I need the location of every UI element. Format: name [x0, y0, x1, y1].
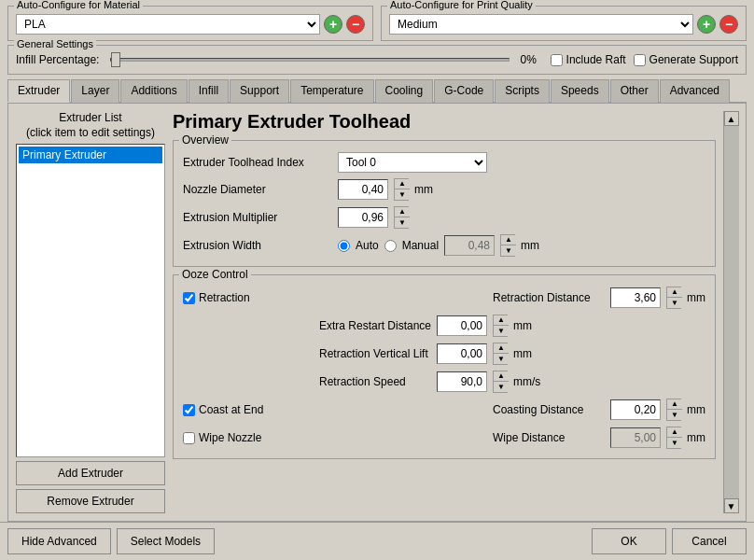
extruder-listbox[interactable]: Primary Extruder — [16, 144, 165, 457]
nozzle-diameter-down[interactable]: ▼ — [395, 189, 410, 200]
wipe-distance-spinner: ▲ ▼ — [666, 427, 681, 449]
extrusion-width-manual-label[interactable]: Manual — [402, 239, 439, 252]
retraction-distance-input[interactable] — [610, 287, 661, 308]
vertical-lift-input[interactable] — [437, 343, 487, 364]
coasting-distance-up[interactable]: ▲ — [667, 399, 682, 410]
include-raft-checkbox[interactable] — [551, 54, 563, 66]
select-models-button[interactable]: Select Models — [117, 528, 215, 554]
tab-advanced[interactable]: Advanced — [660, 79, 730, 103]
scroll-track[interactable] — [724, 126, 739, 498]
tab-scripts[interactable]: Scripts — [495, 79, 550, 103]
scroll-up-button[interactable]: ▲ — [724, 111, 739, 126]
generate-support-label[interactable]: Generate Support — [649, 53, 738, 66]
wipe-distance-up[interactable]: ▲ — [667, 427, 682, 438]
coasting-distance-down[interactable]: ▼ — [667, 410, 682, 420]
wipe-row: Wipe Nozzle Wipe Distance ▲ ▼ mm — [183, 427, 705, 449]
extra-restart-up[interactable]: ▲ — [494, 315, 509, 326]
extrusion-width-up[interactable]: ▲ — [501, 235, 516, 245]
retraction-label[interactable]: Retraction — [199, 291, 250, 304]
extra-restart-input[interactable] — [437, 315, 487, 336]
quality-select[interactable]: Medium Low High — [389, 14, 693, 35]
tab-layer[interactable]: Layer — [71, 79, 119, 103]
nozzle-diameter-label: Nozzle Diameter — [183, 183, 332, 196]
coasting-distance-spinner: ▲ ▼ — [666, 399, 681, 421]
extra-restart-unit: mm — [513, 319, 532, 332]
nozzle-diameter-up[interactable]: ▲ — [395, 179, 410, 189]
scroll-down-button[interactable]: ▼ — [724, 498, 739, 513]
ok-button[interactable]: OK — [592, 528, 666, 554]
retraction-speed-row: Retraction Speed ▲ ▼ mm/s — [183, 371, 705, 393]
infill-slider-thumb[interactable] — [111, 52, 120, 67]
cancel-button[interactable]: Cancel — [672, 528, 747, 554]
extrusion-multiplier-up[interactable]: ▲ — [395, 207, 410, 217]
extrusion-width-down[interactable]: ▼ — [501, 245, 516, 256]
extrusion-multiplier-down[interactable]: ▼ — [395, 217, 410, 228]
hide-advanced-button[interactable]: Hide Advanced — [7, 528, 111, 554]
vertical-lift-down[interactable]: ▼ — [494, 354, 509, 364]
top-configs: Auto-Configure for Material PLA ABS PETG… — [0, 0, 754, 45]
overview-section: Overview Extruder Toolhead Index Tool 0 … — [173, 140, 716, 267]
tab-other[interactable]: Other — [610, 79, 659, 103]
scrollbar: ▲ ▼ — [723, 111, 738, 513]
tab-gcode[interactable]: G-Code — [434, 79, 494, 103]
extrusion-multiplier-input[interactable] — [338, 207, 388, 228]
nozzle-diameter-input[interactable] — [338, 179, 388, 200]
tab-speeds[interactable]: Speeds — [551, 79, 609, 103]
remove-extruder-button[interactable]: Remove Extruder — [16, 489, 165, 513]
main-window: Auto-Configure for Material PLA ABS PETG… — [0, 0, 754, 560]
retraction-checkbox[interactable] — [183, 292, 195, 304]
extra-restart-down[interactable]: ▼ — [494, 326, 509, 336]
toolhead-index-select[interactable]: Tool 0 Tool 1 Tool 2 — [338, 152, 487, 173]
add-extruder-button[interactable]: Add Extruder — [16, 461, 165, 485]
wipe-checkbox[interactable] — [183, 432, 195, 444]
retraction-speed-up[interactable]: ▲ — [494, 371, 509, 382]
extrusion-width-auto-label[interactable]: Auto — [356, 239, 379, 252]
tab-additions[interactable]: Additions — [120, 79, 187, 103]
material-select[interactable]: PLA ABS PETG — [16, 14, 320, 35]
general-settings-label: General Settings — [14, 38, 96, 49]
extrusion-multiplier-label: Extrusion Multiplier — [183, 211, 332, 224]
retraction-speed-input[interactable] — [437, 371, 487, 392]
wipe-label[interactable]: Wipe Nozzle — [199, 431, 261, 444]
extruder-list-item[interactable]: Primary Extruder — [19, 147, 162, 163]
retraction-distance-down[interactable]: ▼ — [667, 298, 682, 308]
coast-checkbox-group: Coast at End — [183, 403, 263, 416]
quality-config-group: Auto-Configure for Print Quality Medium … — [381, 6, 747, 41]
extrusion-width-row: Extrusion Width Auto Manual ▲ ▼ mm — [183, 234, 705, 257]
extruder-list-label: Extruder List (click item to edit settin… — [16, 111, 165, 140]
coasting-distance-label: Coasting Distance — [493, 403, 605, 416]
infill-slider-track[interactable] — [110, 58, 509, 62]
coasting-distance-input[interactable] — [610, 399, 661, 420]
extrusion-width-manual-radio[interactable] — [384, 240, 397, 252]
retraction-distance-up[interactable]: ▲ — [667, 287, 682, 298]
retraction-speed-down[interactable]: ▼ — [494, 382, 509, 392]
wipe-distance-input[interactable] — [610, 427, 661, 448]
tab-infill[interactable]: Infill — [188, 79, 229, 103]
tab-temperature[interactable]: Temperature — [290, 79, 373, 103]
generate-support-checkbox[interactable] — [634, 54, 646, 66]
material-remove-button[interactable]: − — [346, 15, 365, 34]
extrusion-width-input[interactable] — [444, 235, 495, 256]
coast-label[interactable]: Coast at End — [199, 403, 263, 416]
vertical-lift-up[interactable]: ▲ — [494, 343, 509, 354]
tab-extruder[interactable]: Extruder — [7, 79, 70, 103]
material-add-button[interactable]: + — [324, 15, 342, 34]
tabs-header: Extruder Layer Additions Infill Support … — [7, 78, 747, 104]
tab-support[interactable]: Support — [230, 79, 289, 103]
retraction-distance-label: Retraction Distance — [493, 291, 605, 304]
tab-cooling[interactable]: Cooling — [375, 79, 434, 103]
coast-checkbox[interactable] — [183, 404, 195, 416]
include-raft-label[interactable]: Include Raft — [566, 53, 626, 66]
retraction-speed-label: Retraction Speed — [319, 375, 431, 388]
nozzle-diameter-row: Nozzle Diameter ▲ ▼ mm — [183, 178, 705, 201]
extrusion-width-unit: mm — [521, 239, 539, 252]
ooze-control-section: Ooze Control Retraction Retraction Dista… — [173, 274, 716, 459]
bottom-right-buttons: OK Cancel — [592, 528, 747, 554]
material-config-group: Auto-Configure for Material PLA ABS PETG… — [7, 6, 373, 41]
quality-config-label: Auto-Configure for Print Quality — [387, 0, 536, 10]
vertical-lift-unit: mm — [513, 347, 532, 360]
extrusion-width-auto-radio[interactable] — [338, 240, 350, 252]
quality-remove-button[interactable]: − — [719, 15, 738, 34]
quality-add-button[interactable]: + — [697, 15, 716, 34]
wipe-distance-down[interactable]: ▼ — [667, 438, 682, 448]
